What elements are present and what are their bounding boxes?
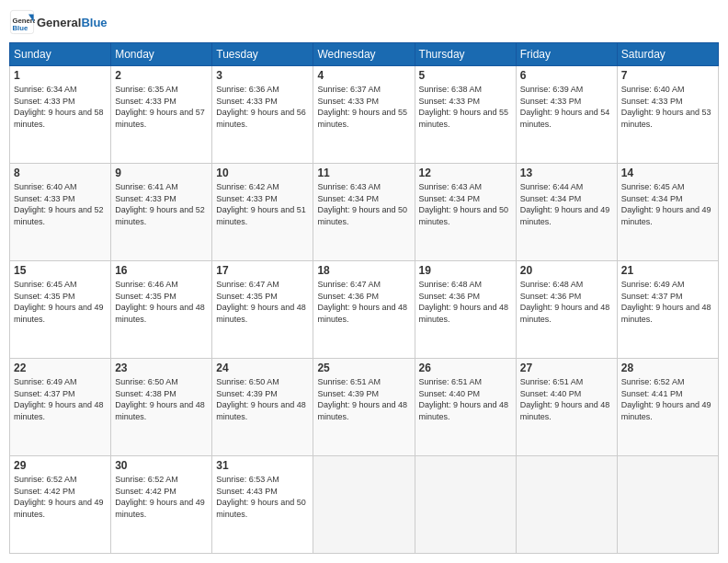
page: General Blue GeneralBlue SundayMondayTue… — [0, 0, 728, 563]
day-number: 21 — [621, 264, 714, 277]
calendar-cell: 23Sunrise: 6:50 AMSunset: 4:38 PMDayligh… — [111, 359, 212, 456]
calendar-cell: 6Sunrise: 6:39 AMSunset: 4:33 PMDaylight… — [516, 66, 617, 164]
day-number: 13 — [520, 167, 613, 179]
calendar-cell: 21Sunrise: 6:49 AMSunset: 4:37 PMDayligh… — [617, 261, 718, 359]
calendar-cell: 26Sunrise: 6:51 AMSunset: 4:40 PMDayligh… — [415, 359, 516, 456]
weekday-friday: Friday — [516, 43, 617, 66]
day-number: 23 — [115, 362, 208, 374]
calendar-cell: 31Sunrise: 6:53 AMSunset: 4:43 PMDayligh… — [212, 456, 313, 554]
day-number: 3 — [216, 69, 309, 82]
day-number: 11 — [317, 167, 410, 179]
day-info: Sunrise: 6:39 AMSunset: 4:33 PMDaylight:… — [520, 84, 613, 130]
day-info: Sunrise: 6:52 AMSunset: 4:42 PMDaylight:… — [14, 474, 107, 520]
logo-icon: General Blue — [9, 9, 35, 35]
day-info: Sunrise: 6:40 AMSunset: 4:33 PMDaylight:… — [14, 181, 107, 227]
calendar-cell: 29Sunrise: 6:52 AMSunset: 4:42 PMDayligh… — [10, 456, 111, 554]
svg-text:Blue: Blue — [13, 24, 28, 32]
day-number: 24 — [216, 362, 309, 374]
weekday-header-row: SundayMondayTuesdayWednesdayThursdayFrid… — [10, 43, 719, 66]
logo: General Blue GeneralBlue — [9, 9, 108, 35]
calendar-cell: 25Sunrise: 6:51 AMSunset: 4:39 PMDayligh… — [313, 359, 415, 456]
calendar-cell: 13Sunrise: 6:44 AMSunset: 4:34 PMDayligh… — [516, 164, 617, 261]
calendar-cell: 11Sunrise: 6:43 AMSunset: 4:34 PMDayligh… — [313, 164, 415, 261]
day-number: 26 — [419, 362, 512, 374]
day-info: Sunrise: 6:52 AMSunset: 4:41 PMDaylight:… — [621, 376, 714, 422]
calendar-cell: 4Sunrise: 6:37 AMSunset: 4:33 PMDaylight… — [313, 66, 415, 164]
day-number: 15 — [14, 264, 107, 277]
day-number: 16 — [115, 264, 208, 277]
calendar-cell: 15Sunrise: 6:45 AMSunset: 4:35 PMDayligh… — [10, 261, 111, 359]
calendar-body: 1Sunrise: 6:34 AMSunset: 4:33 PMDaylight… — [10, 66, 719, 554]
day-info: Sunrise: 6:51 AMSunset: 4:40 PMDaylight:… — [419, 376, 512, 422]
weekday-wednesday: Wednesday — [313, 43, 415, 66]
calendar-cell: 10Sunrise: 6:42 AMSunset: 4:33 PMDayligh… — [212, 164, 313, 261]
calendar-cell: 19Sunrise: 6:48 AMSunset: 4:36 PMDayligh… — [415, 261, 516, 359]
day-info: Sunrise: 6:45 AMSunset: 4:34 PMDaylight:… — [621, 181, 714, 227]
day-info: Sunrise: 6:40 AMSunset: 4:33 PMDaylight:… — [621, 84, 714, 130]
day-info: Sunrise: 6:53 AMSunset: 4:43 PMDaylight:… — [216, 474, 309, 520]
day-number: 10 — [216, 167, 309, 179]
day-info: Sunrise: 6:38 AMSunset: 4:33 PMDaylight:… — [419, 84, 512, 130]
calendar-cell — [415, 456, 516, 554]
day-info: Sunrise: 6:41 AMSunset: 4:33 PMDaylight:… — [115, 181, 208, 227]
day-number: 22 — [14, 362, 107, 374]
calendar-cell — [313, 456, 415, 554]
weekday-monday: Monday — [111, 43, 212, 66]
day-info: Sunrise: 6:47 AMSunset: 4:35 PMDaylight:… — [216, 279, 309, 325]
calendar-cell: 18Sunrise: 6:47 AMSunset: 4:36 PMDayligh… — [313, 261, 415, 359]
week-row-3: 15Sunrise: 6:45 AMSunset: 4:35 PMDayligh… — [10, 261, 719, 359]
day-number: 12 — [419, 167, 512, 179]
day-info: Sunrise: 6:50 AMSunset: 4:39 PMDaylight:… — [216, 376, 309, 422]
day-number: 19 — [419, 264, 512, 277]
calendar-cell: 24Sunrise: 6:50 AMSunset: 4:39 PMDayligh… — [212, 359, 313, 456]
calendar-cell: 5Sunrise: 6:38 AMSunset: 4:33 PMDaylight… — [415, 66, 516, 164]
header: General Blue GeneralBlue — [9, 9, 719, 35]
day-number: 18 — [317, 264, 410, 277]
day-number: 14 — [621, 167, 714, 179]
calendar-cell: 27Sunrise: 6:51 AMSunset: 4:40 PMDayligh… — [516, 359, 617, 456]
calendar-cell: 9Sunrise: 6:41 AMSunset: 4:33 PMDaylight… — [111, 164, 212, 261]
day-info: Sunrise: 6:48 AMSunset: 4:36 PMDaylight:… — [419, 279, 512, 325]
day-info: Sunrise: 6:51 AMSunset: 4:40 PMDaylight:… — [520, 376, 613, 422]
day-info: Sunrise: 6:44 AMSunset: 4:34 PMDaylight:… — [520, 181, 613, 227]
day-number: 6 — [520, 69, 613, 82]
day-number: 4 — [317, 69, 410, 82]
day-info: Sunrise: 6:34 AMSunset: 4:33 PMDaylight:… — [14, 84, 107, 130]
day-number: 31 — [216, 459, 309, 472]
day-info: Sunrise: 6:46 AMSunset: 4:35 PMDaylight:… — [115, 279, 208, 325]
day-info: Sunrise: 6:49 AMSunset: 4:37 PMDaylight:… — [14, 376, 107, 422]
day-number: 1 — [14, 69, 107, 82]
calendar-cell: 7Sunrise: 6:40 AMSunset: 4:33 PMDaylight… — [617, 66, 718, 164]
day-info: Sunrise: 6:47 AMSunset: 4:36 PMDaylight:… — [317, 279, 410, 325]
day-info: Sunrise: 6:52 AMSunset: 4:42 PMDaylight:… — [115, 474, 208, 520]
day-number: 7 — [621, 69, 714, 82]
day-info: Sunrise: 6:43 AMSunset: 4:34 PMDaylight:… — [317, 181, 410, 227]
calendar-cell: 30Sunrise: 6:52 AMSunset: 4:42 PMDayligh… — [111, 456, 212, 554]
day-info: Sunrise: 6:37 AMSunset: 4:33 PMDaylight:… — [317, 84, 410, 130]
day-info: Sunrise: 6:51 AMSunset: 4:39 PMDaylight:… — [317, 376, 410, 422]
calendar-cell: 14Sunrise: 6:45 AMSunset: 4:34 PMDayligh… — [617, 164, 718, 261]
week-row-2: 8Sunrise: 6:40 AMSunset: 4:33 PMDaylight… — [10, 164, 719, 261]
calendar-cell: 8Sunrise: 6:40 AMSunset: 4:33 PMDaylight… — [10, 164, 111, 261]
day-number: 9 — [115, 167, 208, 179]
day-info: Sunrise: 6:35 AMSunset: 4:33 PMDaylight:… — [115, 84, 208, 130]
day-info: Sunrise: 6:50 AMSunset: 4:38 PMDaylight:… — [115, 376, 208, 422]
calendar-cell: 28Sunrise: 6:52 AMSunset: 4:41 PMDayligh… — [617, 359, 718, 456]
calendar-cell: 20Sunrise: 6:48 AMSunset: 4:36 PMDayligh… — [516, 261, 617, 359]
week-row-4: 22Sunrise: 6:49 AMSunset: 4:37 PMDayligh… — [10, 359, 719, 456]
calendar-cell: 17Sunrise: 6:47 AMSunset: 4:35 PMDayligh… — [212, 261, 313, 359]
day-info: Sunrise: 6:42 AMSunset: 4:33 PMDaylight:… — [216, 181, 309, 227]
calendar-cell: 16Sunrise: 6:46 AMSunset: 4:35 PMDayligh… — [111, 261, 212, 359]
calendar-cell: 3Sunrise: 6:36 AMSunset: 4:33 PMDaylight… — [212, 66, 313, 164]
day-number: 8 — [14, 167, 107, 179]
calendar-cell — [617, 456, 718, 554]
day-info: Sunrise: 6:36 AMSunset: 4:33 PMDaylight:… — [216, 84, 309, 130]
weekday-saturday: Saturday — [617, 43, 718, 66]
calendar-table: SundayMondayTuesdayWednesdayThursdayFrid… — [9, 42, 719, 554]
week-row-5: 29Sunrise: 6:52 AMSunset: 4:42 PMDayligh… — [10, 456, 719, 554]
day-number: 20 — [520, 264, 613, 277]
day-number: 28 — [621, 362, 714, 374]
day-number: 30 — [115, 459, 208, 472]
day-number: 2 — [115, 69, 208, 82]
calendar-cell: 2Sunrise: 6:35 AMSunset: 4:33 PMDaylight… — [111, 66, 212, 164]
